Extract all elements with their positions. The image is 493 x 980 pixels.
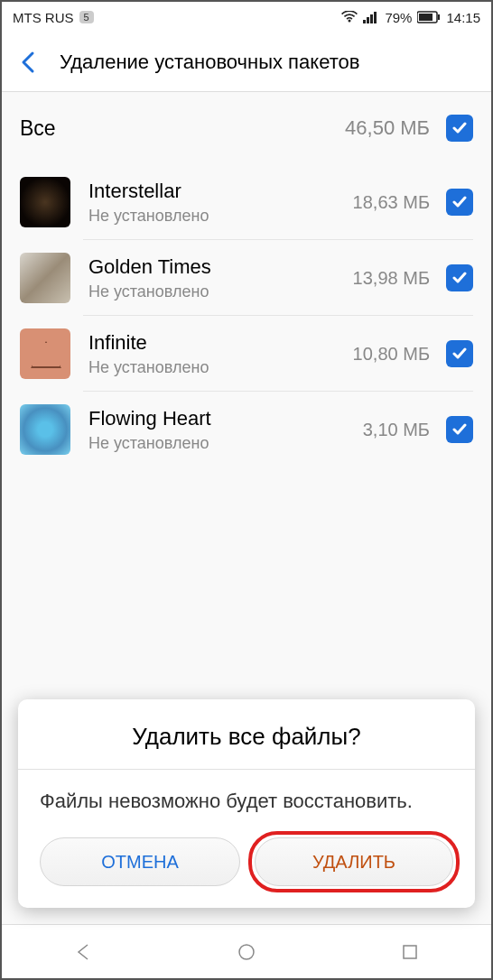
battery-icon [417,11,441,23]
back-icon[interactable] [16,50,42,75]
status-bar: MTS RUS 5 79% 14:15 [2,2,491,32]
item-text: Flowing Heart Не установлено [88,407,363,453]
svg-rect-0 [363,20,366,23]
delete-button[interactable]: УДАЛИТЬ [255,837,453,886]
svg-rect-3 [374,12,377,23]
item-status: Не установлено [88,358,353,377]
item-checkbox[interactable] [446,416,473,443]
item-size: 3,10 МБ [363,420,430,440]
svg-rect-1 [367,17,369,23]
list-item[interactable]: Golden Times Не установлено 13,98 МБ [2,240,491,316]
item-checkbox[interactable] [446,264,473,291]
list-item[interactable]: Interstellar Не установлено 18,63 МБ [2,164,491,240]
total-size: 46,50 МБ [345,116,430,140]
item-name: Interstellar [88,180,353,203]
app-icon [20,328,70,379]
dialog-title: Удалить все файлы? [18,699,475,769]
page-title: Удаление установочных пакетов [60,51,359,74]
item-checkbox[interactable] [446,189,473,216]
svg-rect-2 [370,14,373,23]
app-icon [20,404,70,455]
carrier-label: MTS RUS [13,10,74,25]
item-name: Infinite [88,331,353,355]
cancel-button[interactable]: ОТМЕНА [40,837,240,886]
svg-point-7 [239,945,254,959]
item-size: 13,98 МБ [353,268,430,289]
list-item[interactable]: Infinite Не установлено 10,80 МБ [2,316,491,392]
select-all-row[interactable]: Все 46,50 МБ [2,92,491,164]
nav-home-button[interactable] [210,934,283,970]
item-size: 18,63 МБ [353,192,430,213]
signal-icon [363,11,379,23]
battery-label: 79% [385,10,412,25]
item-status: Не установлено [88,207,353,226]
select-all-checkbox[interactable] [446,115,473,142]
nav-back-button[interactable] [47,934,119,970]
select-all-label: Все [20,116,345,141]
app-icon [20,253,70,303]
item-status: Не установлено [88,282,353,301]
confirm-dialog: Удалить все файлы? Файлы невозможно буде… [18,699,475,908]
svg-rect-5 [419,14,433,21]
dialog-overlay: Удалить все файлы? Файлы невозможно буде… [2,683,491,924]
wifi-icon [341,11,358,23]
svg-rect-8 [404,946,416,958]
svg-rect-6 [438,14,440,20]
item-name: Flowing Heart [88,407,363,430]
dialog-message: Файлы невозможно будет восстановить. [18,770,475,837]
list-item[interactable]: Flowing Heart Не установлено 3,10 МБ [2,392,491,467]
item-checkbox[interactable] [446,340,473,367]
item-text: Golden Times Не установлено [88,255,353,301]
time-label: 14:15 [446,10,480,25]
sim-badge: 5 [79,11,94,23]
item-text: Infinite Не установлено [88,331,353,377]
item-name: Golden Times [88,255,353,279]
nav-recent-button[interactable] [374,934,446,970]
header: Удаление установочных пакетов [2,32,491,92]
app-icon [20,177,70,227]
item-size: 10,80 МБ [353,344,430,365]
item-status: Не установлено [88,434,363,453]
item-text: Interstellar Не установлено [88,180,353,226]
nav-bar [2,924,491,978]
